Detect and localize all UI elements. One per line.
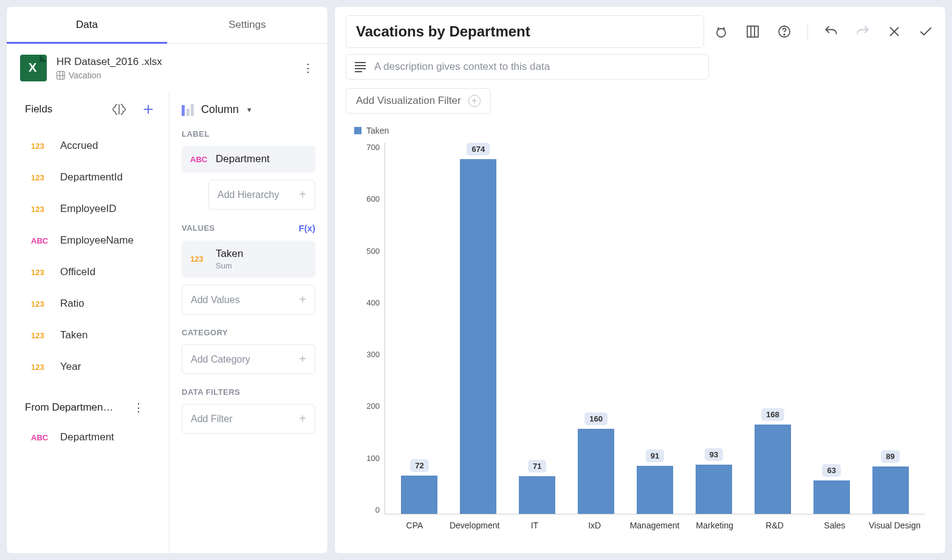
field-item[interactable]: 123 Year	[25, 351, 169, 383]
field-item[interactable]: 123 EmployeeID	[25, 193, 169, 225]
config-label-header: LABEL	[182, 129, 315, 138]
bar	[519, 476, 555, 514]
config-column: Column ▾ LABEL ABC Department Add Hierar…	[170, 92, 327, 553]
plus-icon: +	[299, 352, 306, 366]
field-item[interactable]: 123 Taken	[25, 319, 169, 351]
bar-wrap[interactable]: 91	[626, 143, 685, 514]
legend-swatch	[354, 127, 361, 134]
field-item[interactable]: ABC Department	[25, 422, 169, 453]
type-badge-num: 123	[31, 268, 52, 277]
x-tick: Development	[445, 514, 505, 530]
field-name: EmployeeID	[60, 203, 117, 215]
field-item[interactable]: 123 Ratio	[25, 288, 169, 319]
bars-container: 726747116091931686389	[385, 143, 925, 514]
joined-field-list: ABC Department	[7, 418, 169, 459]
label-pill-department[interactable]: ABC Department	[182, 146, 315, 172]
redo-button[interactable]	[854, 23, 871, 40]
tab-settings[interactable]: Settings	[167, 7, 327, 43]
datasource-row: HR Dataset_2016 .xlsx Vacation ⋮	[7, 44, 327, 92]
bar-value-label: 72	[410, 459, 428, 472]
y-axis: 7006005004003002001000	[352, 143, 380, 514]
joined-section-menu-button[interactable]: ⋮	[132, 401, 145, 414]
type-badge-num: 123	[31, 363, 52, 372]
bar	[460, 159, 496, 514]
description-placeholder: A description gives context to this data	[374, 61, 550, 73]
type-badge-num: 123	[31, 173, 52, 182]
field-item[interactable]: 123 OfficeId	[25, 256, 169, 288]
excel-icon	[20, 55, 47, 81]
value-field-agg: Sum	[216, 261, 243, 270]
viz-title-input[interactable]	[346, 15, 704, 48]
bar-wrap[interactable]: 674	[449, 143, 508, 514]
bar	[578, 429, 614, 514]
x-tick: R&D	[745, 514, 805, 530]
svg-rect-4	[747, 26, 758, 37]
bar-value-label: 160	[584, 412, 608, 425]
highlight-icon[interactable]	[713, 23, 730, 40]
config-category-header: CATEGORY	[182, 328, 315, 337]
tab-data[interactable]: Data	[7, 7, 167, 43]
help-icon[interactable]	[776, 23, 793, 40]
plus-icon: +	[299, 412, 306, 426]
bar	[637, 466, 673, 514]
datasource-menu-button[interactable]: ⋮	[302, 61, 314, 75]
description-icon	[355, 62, 366, 72]
y-tick: 500	[366, 247, 380, 256]
add-category-drop[interactable]: Add Category +	[182, 344, 315, 374]
bar-value-label: 93	[705, 448, 723, 461]
value-field-name: Taken	[216, 248, 243, 260]
bar-value-label: 168	[761, 408, 784, 421]
value-pill-taken[interactable]: 123 Taken Sum	[182, 241, 315, 278]
plus-icon: +	[299, 188, 306, 202]
bar-value-label: 91	[646, 449, 664, 462]
close-button[interactable]	[886, 23, 903, 40]
type-badge-abc: ABC	[190, 155, 208, 164]
bar-wrap[interactable]: 72	[390, 143, 449, 514]
bar-wrap[interactable]: 63	[802, 143, 861, 514]
datasource-table: Vacation	[69, 70, 101, 80]
add-values-drop[interactable]: Add Values +	[182, 285, 315, 315]
fx-button[interactable]: F(x)	[299, 223, 316, 233]
x-tick: Sales	[804, 514, 865, 530]
field-item[interactable]: 123 Accrued	[25, 130, 169, 162]
x-tick: Management	[625, 514, 685, 530]
bar-wrap[interactable]: 71	[508, 143, 567, 514]
confirm-button[interactable]	[917, 23, 934, 40]
datasource-filename: HR Dataset_2016 .xlsx	[57, 56, 292, 68]
add-values-label: Add Values	[191, 295, 240, 306]
description-input[interactable]: A description gives context to this data	[346, 54, 709, 80]
type-badge-num: 123	[31, 299, 52, 309]
field-name: DepartmentId	[60, 171, 123, 183]
bar-wrap[interactable]: 160	[567, 143, 626, 514]
x-tick: IxD	[564, 514, 625, 530]
viz-type-label: Column	[201, 103, 239, 116]
field-item[interactable]: 123 DepartmentId	[25, 162, 169, 193]
add-field-button[interactable]	[140, 101, 157, 118]
bar	[696, 465, 732, 514]
bar-wrap[interactable]: 89	[861, 143, 920, 514]
config-filters-header: DATA FILTERS	[182, 388, 315, 397]
y-tick: 700	[366, 143, 380, 152]
field-name: Ratio	[60, 298, 84, 310]
brain-icon[interactable]	[111, 101, 128, 118]
field-name: Taken	[60, 329, 87, 341]
type-badge-num: 123	[31, 331, 52, 340]
field-name: EmployeeName	[60, 234, 134, 247]
bar-wrap[interactable]: 93	[684, 143, 743, 514]
bar-wrap[interactable]: 168	[743, 143, 802, 514]
svg-point-3	[717, 29, 725, 37]
add-hierarchy-drop[interactable]: Add Hierarchy +	[208, 180, 315, 210]
field-item[interactable]: ABC EmployeeName	[25, 225, 169, 256]
undo-button[interactable]	[823, 23, 840, 40]
add-filter-drop[interactable]: Add Filter +	[182, 404, 315, 434]
chart: 7006005004003002001000 72674711609193168…	[352, 143, 928, 539]
add-viz-filter-button[interactable]: Add Visualization Filter +	[346, 88, 491, 114]
type-badge-abc: ABC	[31, 236, 52, 245]
bar	[872, 466, 909, 514]
viz-type-selector[interactable]: Column ▾	[182, 103, 315, 116]
grid-icon[interactable]	[744, 23, 761, 40]
chart-area: Taken 7006005004003002001000 72674711609…	[346, 114, 934, 545]
add-filter-label: Add Filter	[191, 414, 232, 425]
bar	[755, 425, 791, 514]
right-panel: A description gives context to this data…	[334, 6, 946, 554]
